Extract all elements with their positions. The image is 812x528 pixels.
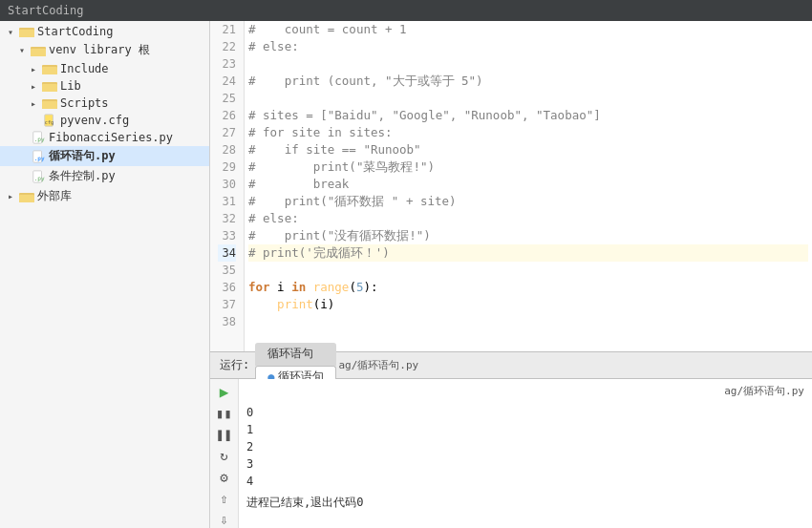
code-line: # break (248, 176, 808, 193)
line-number: 31 (218, 193, 236, 210)
file-tree: StartCodingvenv library 根IncludeLibScrip… (0, 23, 209, 206)
line-number: 33 (218, 227, 236, 244)
bottom-content: ▶ ▮▮ ❚❚ ↻ ⚙ ⇧ ⇩ ag/循环语句.py01234进程已结束,退出代… (210, 379, 812, 528)
item-label: 循环语句.py (49, 148, 116, 164)
svg-rect-4 (31, 49, 46, 56)
tree-item-scripts[interactable]: Scripts (0, 95, 209, 112)
output-line: 1 (246, 421, 804, 438)
svg-rect-13 (42, 101, 57, 109)
arrow-icon (8, 191, 19, 201)
code-lines[interactable]: # count = count + 1# else:# print (count… (245, 21, 812, 351)
output-path: ag/循环语句.py (338, 358, 418, 372)
line-number: 24 (218, 73, 236, 90)
item-label: pyvenv.cfg (60, 114, 129, 127)
tree-item-include[interactable]: Include (0, 60, 209, 77)
arrow-icon (8, 27, 19, 37)
svg-rect-8 (43, 65, 48, 67)
code-line: print(i) (248, 296, 808, 313)
tree-item-external[interactable]: 外部库 (0, 186, 209, 206)
arrow-icon (19, 45, 31, 55)
run-label: 运行: (214, 357, 255, 373)
svg-rect-1 (19, 30, 34, 37)
line-numbers: 212223242526272829303132333435363738 (210, 21, 245, 351)
svg-rect-10 (42, 84, 57, 92)
rerun-button[interactable]: ↻ (214, 447, 235, 464)
code-content[interactable]: 212223242526272829303132333435363738 # c… (210, 21, 812, 351)
run-button[interactable]: ▶ (214, 383, 235, 401)
folder-icon (31, 45, 46, 56)
tree-item-condition[interactable]: .py条件控制.py (0, 166, 209, 186)
pause-button[interactable]: ❚❚ (214, 426, 235, 443)
tree-item-venv[interactable]: venv library 根 (0, 40, 209, 60)
folder-icon (19, 191, 34, 202)
arrow-icon (31, 64, 42, 74)
tree-item-pyvenv[interactable]: cfgpyvenv.cfg (0, 112, 209, 129)
editor-area: 212223242526272829303132333435363738 # c… (210, 21, 812, 528)
code-line: # sites = ["Baidu", "Google", "Runoob", … (248, 107, 808, 124)
folder-icon (42, 80, 57, 92)
line-number: 29 (218, 158, 236, 176)
tree-item-fibonacci[interactable]: .pyFibonacciSeries.py (0, 129, 209, 146)
output-line: 0 (246, 404, 804, 421)
settings-button[interactable]: ⚙ (214, 469, 235, 486)
line-number: 32 (218, 210, 236, 227)
code-line: for i in range(5): (248, 279, 808, 296)
output-line: 4 (246, 473, 804, 490)
line-number: 37 (218, 296, 236, 313)
svg-text:.py: .py (34, 174, 45, 181)
bottom-tabs: 运行: 循环语句●循环语句 ag/循环语句.py (210, 352, 812, 379)
file-py-icon: .py (31, 170, 46, 183)
arrow-icon (31, 81, 42, 92)
line-number: 22 (218, 38, 236, 55)
scroll-up-button[interactable]: ⇧ (214, 490, 235, 507)
stop-button[interactable]: ▮▮ (214, 405, 235, 422)
code-line: # print("菜鸟教程!") (248, 158, 808, 176)
svg-rect-11 (43, 82, 48, 84)
item-label: Include (60, 62, 109, 75)
code-line (248, 313, 808, 330)
output-area: ag/循环语句.py01234进程已结束,退出代码0 (239, 379, 812, 528)
item-label: Lib (60, 79, 81, 93)
item-label: FibonacciSeries.py (49, 131, 173, 144)
svg-text:.py: .py (34, 154, 45, 161)
svg-rect-5 (32, 47, 36, 49)
bottom-panel: 运行: 循环语句●循环语句 ag/循环语句.py ▶ ▮▮ ❚❚ ↻ ⚙ ⇧ ⇩… (210, 351, 812, 528)
line-number: 25 (218, 90, 236, 107)
code-line (248, 90, 808, 107)
main-area: StartCodingvenv library 根IncludeLibScrip… (0, 21, 812, 528)
code-line: # if site == "Runoob" (248, 141, 808, 158)
app-title: StartCoding (8, 4, 83, 17)
output-line: 2 (246, 438, 804, 455)
svg-text:cfg: cfg (45, 119, 53, 126)
folder-icon (42, 97, 57, 109)
bottom-tab-loop1[interactable]: 循环语句 (255, 343, 336, 366)
output-header: ag/循环语句.py (246, 383, 804, 400)
file-py-icon: .py (31, 150, 46, 163)
bottom-toolbar: ▶ ▮▮ ❚❚ ↻ ⚙ ⇧ ⇩ (210, 379, 239, 528)
code-line (248, 55, 808, 73)
code-line: # else: (248, 38, 808, 55)
top-bar: StartCoding (0, 0, 812, 21)
line-number: 21 (218, 21, 236, 38)
code-line: # print("循环数据 " + site) (248, 193, 808, 210)
line-number: 23 (218, 55, 236, 73)
item-label: 外部库 (37, 188, 72, 204)
svg-rect-14 (43, 99, 48, 101)
tree-item-startcoding[interactable]: StartCoding (0, 23, 209, 40)
line-number: 35 (218, 262, 236, 279)
tree-item-lib[interactable]: Lib (0, 77, 209, 95)
svg-rect-2 (20, 28, 26, 30)
file-cfg-icon: cfg (42, 114, 57, 127)
line-number: 30 (218, 176, 236, 193)
scroll-down-button[interactable]: ⇩ (214, 511, 235, 528)
file-py-icon: .py (31, 131, 46, 144)
code-line: # else: (248, 210, 808, 227)
item-label: Scripts (60, 96, 109, 110)
line-number: 28 (218, 141, 236, 158)
folder-icon (19, 26, 34, 37)
item-label: venv library 根 (49, 42, 150, 58)
svg-text:.py: .py (34, 136, 45, 143)
arrow-icon (31, 98, 42, 109)
tree-item-loop[interactable]: .py循环语句.py (0, 146, 209, 166)
code-line: # print("没有循环数据!") (248, 227, 808, 244)
